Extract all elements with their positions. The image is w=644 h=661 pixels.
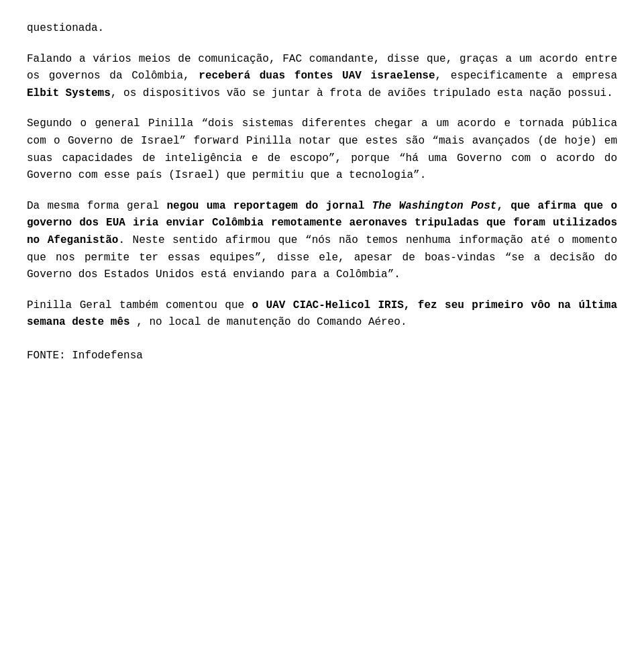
washington-text-1: Da mesma forma geral — [27, 200, 166, 212]
washington-italic: The Washington Post — [372, 200, 497, 212]
uav-text-2: , especificamente a empresa — [435, 70, 617, 82]
uav-bold-2: Elbit Systems — [27, 87, 111, 99]
iris-text-1: Pinilla Geral também comentou que — [27, 299, 252, 311]
uav-text-3: , os dispositivos vão se juntar à frota … — [111, 87, 613, 99]
uav-bold-1: receberá duas fontes UAV israelense — [199, 70, 435, 82]
source-text: FONTE: Infodefensa — [27, 350, 143, 362]
paragraph-washington: Da mesma forma geral negou uma reportage… — [27, 198, 617, 284]
paragraph-intro: questionada. — [27, 20, 617, 38]
paragraph-uav: Falando a vários meios de comunicação, F… — [27, 51, 617, 103]
paragraph-pinilla: Segundo o general Pinilla “dois sistemas… — [27, 115, 617, 184]
paragraph-iris: Pinilla Geral também comentou que o UAV … — [27, 297, 617, 332]
article-content: questionada. Falando a vários meios de c… — [27, 20, 617, 365]
pinilla-text: Segundo o general Pinilla “dois sistemas… — [27, 117, 617, 181]
intro-text: questionada. — [27, 22, 104, 34]
source-line: FONTE: Infodefensa — [27, 348, 617, 365]
iris-text-2: , no local de manutenção do Comando Aére… — [130, 316, 407, 328]
